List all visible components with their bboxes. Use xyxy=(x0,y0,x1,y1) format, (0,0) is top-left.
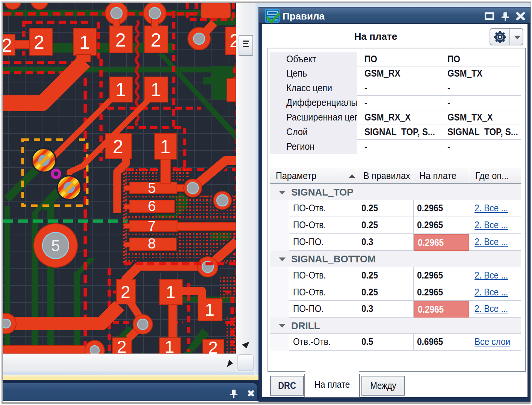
svg-text:2: 2 xyxy=(151,30,161,51)
svg-text:2: 2 xyxy=(113,136,123,157)
svg-text:2: 2 xyxy=(230,30,236,51)
svg-text:2: 2 xyxy=(3,35,12,56)
svg-text:1: 1 xyxy=(166,282,175,302)
svg-text:2: 2 xyxy=(117,337,127,354)
svg-text:1: 1 xyxy=(165,337,174,354)
svg-text:1: 1 xyxy=(205,300,215,319)
svg-text:1: 1 xyxy=(79,32,90,53)
svg-text:2: 2 xyxy=(208,338,218,354)
svg-text:7: 7 xyxy=(148,218,156,234)
svg-text:1: 1 xyxy=(151,79,161,100)
svg-text:1: 1 xyxy=(160,136,171,157)
svg-text:2: 2 xyxy=(34,32,44,53)
svg-text:8: 8 xyxy=(148,236,156,251)
svg-text:2: 2 xyxy=(115,30,126,51)
svg-text:2: 2 xyxy=(121,282,130,302)
svg-text:5: 5 xyxy=(51,237,60,254)
svg-text:1: 1 xyxy=(115,79,126,100)
svg-text:6: 6 xyxy=(148,198,156,214)
svg-text:5: 5 xyxy=(148,180,156,196)
